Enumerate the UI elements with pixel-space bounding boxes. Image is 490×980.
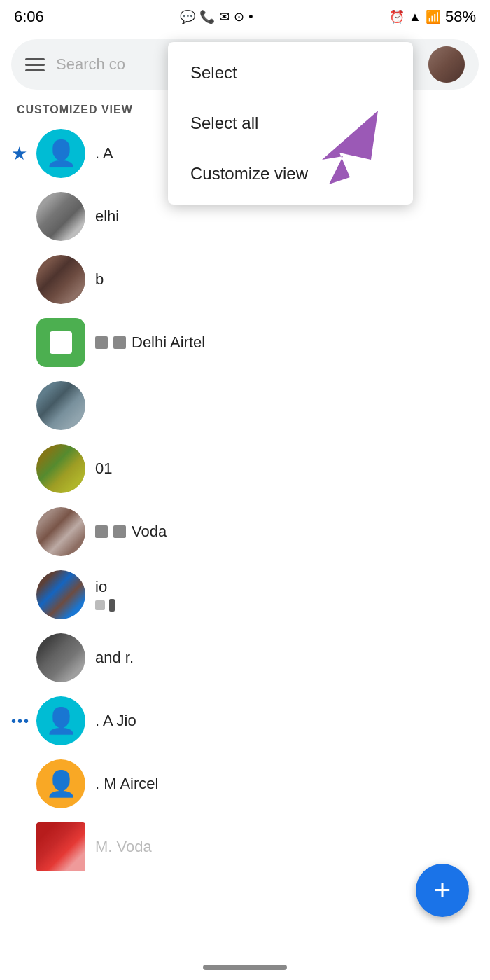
- hamburger-menu[interactable]: [25, 58, 45, 71]
- contact-avatar: [36, 444, 85, 493]
- email-icon: ✉: [219, 9, 230, 25]
- status-bar: 6:06 💬 📞 ✉ ⊙ • ⏰ ▲ 📶 58%: [0, 0, 490, 34]
- dot-icon: •: [248, 10, 253, 25]
- list-item[interactable]: [0, 374, 490, 437]
- home-indicator: [203, 965, 287, 970]
- contact-name-wrapper: io: [95, 578, 115, 612]
- contact-avatar: [36, 255, 85, 304]
- status-time: 6:06: [14, 8, 44, 26]
- contact-avatar: [36, 507, 85, 556]
- contact-avatar: [36, 633, 85, 682]
- avatar-image: [428, 46, 465, 83]
- contact-avatar: [36, 381, 85, 430]
- contact-name: M. Voda: [95, 838, 479, 856]
- list-item[interactable]: Voda: [0, 500, 490, 563]
- battery-percent: 58%: [445, 8, 476, 26]
- contact-avatar: [36, 192, 85, 241]
- fab-plus-icon: +: [434, 876, 451, 905]
- contact-name: . M Aircel: [95, 775, 479, 793]
- contact-name-wrapper: Voda: [95, 523, 167, 541]
- contact-avatar: [36, 318, 85, 367]
- fab-add-button[interactable]: +: [416, 864, 469, 917]
- star-icon: ★: [11, 143, 27, 165]
- contact-name: . A Jio: [95, 712, 479, 730]
- list-item[interactable]: 👤 . M Aircel: [0, 752, 490, 815]
- list-item[interactable]: M. Voda: [0, 815, 490, 878]
- call-icon: 📞: [200, 9, 215, 25]
- menu-item-select[interactable]: Select: [168, 48, 413, 98]
- contact-name: 01: [95, 460, 479, 478]
- contact-avatar: [36, 822, 85, 871]
- dots-icon: •••: [11, 713, 27, 729]
- alarm-icon: ⏰: [389, 9, 405, 25]
- contact-avatar: 👤: [36, 696, 85, 745]
- sim-badge-1: [95, 336, 108, 349]
- sim-badge: [95, 600, 105, 610]
- contact-avatar: 👤: [36, 129, 85, 178]
- sim-badge: [95, 525, 108, 538]
- list-item[interactable]: and r.: [0, 626, 490, 689]
- contact-name: Voda: [132, 523, 167, 541]
- sim-badge-2: [113, 336, 126, 349]
- list-item[interactable]: 01: [0, 437, 490, 500]
- contact-name: and r.: [95, 649, 479, 667]
- message-icon: 💬: [180, 9, 195, 25]
- user-avatar[interactable]: [428, 46, 465, 83]
- status-icons: 💬 📞 ✉ ⊙ •: [180, 9, 253, 25]
- context-menu: Select Select all Customize view: [168, 42, 413, 205]
- contact-name: elhi: [95, 207, 479, 226]
- signal-icon: 📶: [426, 9, 441, 25]
- list-item[interactable]: Delhi Airtel: [0, 311, 490, 374]
- contact-avatar: [36, 570, 85, 619]
- list-item[interactable]: b: [0, 248, 490, 311]
- menu-item-customize-view[interactable]: Customize view: [168, 149, 413, 199]
- sim-badge: [113, 525, 126, 538]
- wifi-icon: ▲: [409, 10, 421, 25]
- menu-item-select-all[interactable]: Select all: [168, 98, 413, 149]
- status-right-icons: ⏰ ▲ 📶 58%: [389, 8, 476, 26]
- contact-name-wrapper: Delhi Airtel: [95, 333, 205, 352]
- contact-name: b: [95, 270, 479, 289]
- contact-avatar: 👤: [36, 759, 85, 808]
- list-item[interactable]: ••• 👤 . A Jio: [0, 689, 490, 752]
- sync-icon: ⊙: [234, 9, 244, 25]
- contact-list: ★ 👤 . A elhi b Delhi Airtel: [0, 122, 490, 878]
- contact-name: io: [95, 578, 115, 596]
- contact-name: Delhi Airtel: [132, 333, 205, 352]
- list-item[interactable]: io: [0, 563, 490, 626]
